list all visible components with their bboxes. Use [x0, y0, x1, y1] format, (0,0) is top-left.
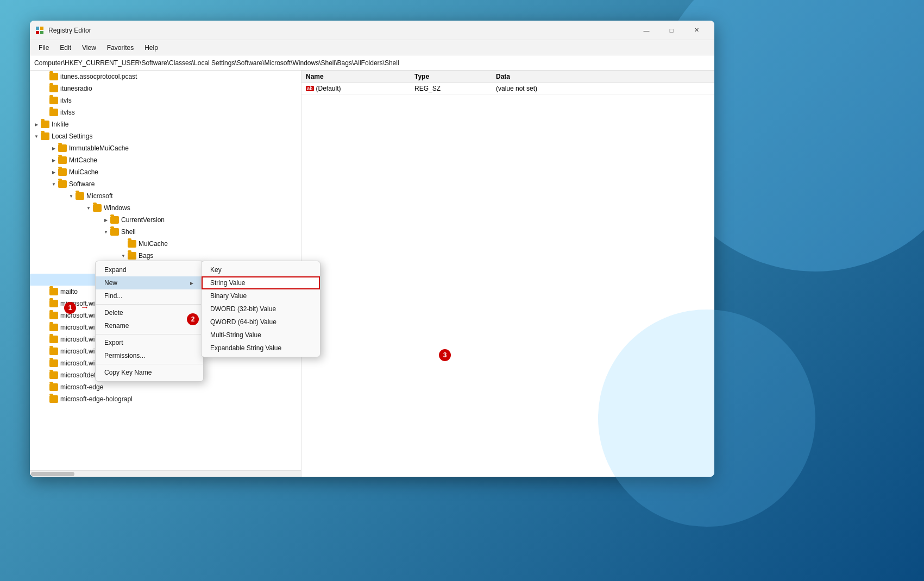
menu-view[interactable]: View: [78, 43, 100, 53]
submenu-dword-value[interactable]: DWORD (32-bit) Value: [202, 302, 320, 315]
horizontal-scrollbar[interactable]: [30, 470, 301, 477]
data-row-default[interactable]: ab (Default) REG_SZ (value not set): [301, 83, 714, 94]
tree-arrow: [41, 395, 49, 403]
tree-arrow: ▶: [49, 156, 58, 165]
tree-arrow: ▼: [32, 132, 41, 141]
submenu-arrow: ►: [189, 280, 194, 286]
tree-arrow: ▼: [84, 204, 93, 212]
folder-icon: [49, 395, 58, 403]
tree-arrow: [41, 347, 49, 356]
tree-arrow: [41, 84, 49, 93]
tree-item-inkfile[interactable]: ▶ Inkfile: [30, 118, 301, 130]
close-button[interactable]: ✕: [684, 21, 709, 40]
ctx-export[interactable]: Export: [96, 336, 203, 349]
tree-item-mrtcache[interactable]: ▶ MrtCache: [30, 154, 301, 166]
folder-icon: [41, 121, 49, 128]
ctx-copy-key[interactable]: Copy Key Name: [96, 366, 203, 379]
tree-label: itvlss: [60, 109, 75, 116]
tree-item-muicache2[interactable]: MuiCache: [30, 238, 301, 250]
tree-label: Microsoft: [86, 192, 113, 200]
folder-icon: [49, 336, 58, 343]
window-controls: — □ ✕: [634, 21, 709, 40]
tree-arrow: ▶: [49, 144, 58, 153]
submenu-binary-value[interactable]: Binary Value: [202, 289, 320, 302]
folder-icon: [58, 168, 67, 176]
ctx-permissions[interactable]: Permissions...: [96, 349, 203, 362]
tree-label: itunesradio: [60, 85, 92, 92]
ctx-permissions-label: Permissions...: [104, 352, 145, 359]
tree-label: microsoft-edge-holograpl: [60, 395, 133, 403]
window-title: Registry Editor: [48, 27, 634, 34]
tree-item-local-settings[interactable]: ▼ Local Settings: [30, 130, 301, 142]
data-table-header: Name Type Data: [301, 71, 714, 83]
tree-arrow: [41, 299, 49, 308]
minimize-button[interactable]: —: [634, 21, 659, 40]
svg-rect-1: [40, 27, 43, 30]
submenu-qword-value[interactable]: QWORD (64-bit) Value: [202, 315, 320, 329]
tree-arrow: [41, 108, 49, 117]
submenu: Key String Value Binary Value DWORD (32-…: [201, 261, 320, 357]
ctx-find[interactable]: Find...: [96, 289, 203, 302]
badge-2: 2: [187, 313, 199, 325]
tree-item-software[interactable]: ▼ Software: [30, 178, 301, 190]
data-name-cell: ab (Default): [306, 85, 414, 92]
ctx-separator-1: [96, 304, 203, 305]
tree-item-msedge-holo[interactable]: microsoft-edge-holograpl: [30, 393, 301, 405]
ctx-new[interactable]: New ►: [96, 276, 203, 289]
tree-label: CurrentVersion: [121, 216, 165, 224]
tree-arrow: ▶: [102, 216, 110, 224]
folder-icon: [58, 144, 67, 152]
ctx-separator-2: [96, 334, 203, 334]
tree-item-itunesradio[interactable]: itunesradio: [30, 83, 301, 94]
tree-item-muicache[interactable]: ▶ MuiCache: [30, 166, 301, 178]
tree-item-windows[interactable]: ▼ Windows: [30, 202, 301, 214]
tree-arrow: ▼: [67, 192, 76, 200]
tree-item-itvlss[interactable]: itvlss: [30, 106, 301, 118]
tree-arrow: ▶: [49, 168, 58, 176]
tree-item-currentversion[interactable]: ▶ CurrentVersion: [30, 214, 301, 226]
tree-item-microsoft[interactable]: ▼ Microsoft: [30, 190, 301, 202]
svg-rect-0: [36, 27, 39, 30]
submenu-expandable-value[interactable]: Expandable String Value: [202, 342, 320, 355]
tree-item-bags[interactable]: ▼ Bags: [30, 250, 301, 262]
submenu-key-label: Key: [210, 266, 222, 274]
tree-arrow: [41, 335, 49, 344]
folder-icon: [49, 383, 58, 391]
registry-editor-window: Registry Editor — □ ✕ File Edit View Fav…: [30, 21, 714, 477]
folder-icon: [49, 371, 58, 379]
tree-item-itvls[interactable]: itvls: [30, 94, 301, 106]
tree-item-immutablemuicache[interactable]: ▶ ImmutableMuiCache: [30, 142, 301, 154]
tree-arrow: [41, 383, 49, 391]
scrollbar-thumb[interactable]: [31, 472, 74, 476]
submenu-string-value[interactable]: String Value: [202, 276, 320, 289]
ctx-expand[interactable]: Expand: [96, 263, 203, 276]
tree-label: MuiCache: [69, 168, 98, 176]
menu-help[interactable]: Help: [140, 43, 162, 53]
tree-item-itunes-assocprotocol[interactable]: itunes.assocprotocol.pcast: [30, 71, 301, 83]
folder-icon: [58, 180, 67, 188]
folder-icon: [49, 312, 58, 319]
submenu-key[interactable]: Key: [202, 263, 320, 276]
header-data: Data: [496, 73, 710, 80]
ctx-separator-3: [96, 364, 203, 364]
folder-icon: [49, 300, 58, 307]
menu-edit[interactable]: Edit: [55, 43, 76, 53]
addressbar: Computer\HKEY_CURRENT_USER\Software\Clas…: [30, 55, 714, 71]
tree-label: Shell: [121, 228, 136, 236]
tree-arrow: ▼: [119, 251, 128, 260]
tree-arrow: ▼: [102, 228, 110, 236]
maximize-button[interactable]: □: [659, 21, 684, 40]
submenu-binary-value-label: Binary Value: [210, 292, 247, 300]
menu-favorites[interactable]: Favorites: [103, 43, 138, 53]
tree-arrow: [41, 72, 49, 81]
ctx-find-label: Find...: [104, 292, 122, 300]
folder-icon: [49, 359, 58, 367]
tree-item-shell[interactable]: ▼ Shell: [30, 226, 301, 238]
menu-file[interactable]: File: [34, 43, 53, 53]
svg-rect-2: [36, 31, 39, 34]
tree-label: MrtCache: [69, 156, 97, 164]
tree-item-msedge[interactable]: microsoft-edge: [30, 381, 301, 393]
ctx-new-label: New: [104, 279, 117, 287]
submenu-multistring-value[interactable]: Multi-String Value: [202, 329, 320, 342]
tree-arrow: [41, 96, 49, 105]
